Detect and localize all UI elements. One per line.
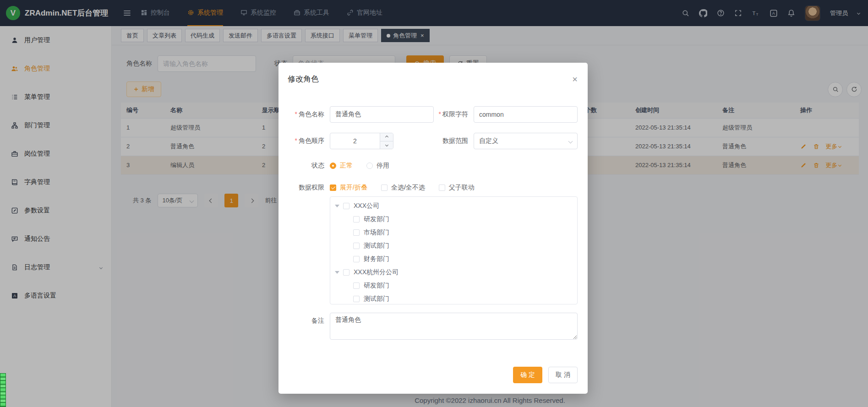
tree-node[interactable]: 测试部门: [330, 239, 577, 252]
remark-row: 备注 普通角色: [278, 313, 588, 340]
caret-down-icon[interactable]: [335, 271, 339, 276]
tree-node-label: XXX杭州分公司: [354, 268, 399, 277]
label-text: 状态: [311, 162, 324, 169]
checkbox-icon: [439, 185, 445, 191]
role-order-label: *角色顺序: [278, 137, 324, 145]
label-text: 数据范围: [442, 137, 468, 144]
corner-widget[interactable]: [0, 373, 6, 407]
label-text: 备注: [311, 317, 324, 324]
edit-role-dialog: 修改角色 × *角色名称 *权限字符 *角色顺序 数据范围 自定义: [278, 63, 588, 394]
tree-node[interactable]: XXX公司: [330, 199, 577, 212]
increase-button[interactable]: [380, 133, 393, 141]
status-label: 状态: [278, 162, 324, 170]
checkbox-icon[interactable]: [343, 269, 349, 276]
tree-node[interactable]: 测试部门: [330, 292, 577, 304]
label-text: 数据权限: [299, 184, 324, 191]
tree-node-label: XXX公司: [354, 202, 379, 210]
radio-icon: [366, 163, 373, 169]
checkbox-select-all[interactable]: 全选/全不选: [381, 184, 425, 192]
role-order-stepper: [330, 133, 393, 149]
tree-node[interactable]: XXX杭州分公司: [330, 266, 577, 279]
required-mark: *: [295, 110, 297, 118]
required-mark: *: [439, 110, 441, 118]
required-mark: *: [295, 137, 297, 144]
radio-label: 正常: [340, 162, 353, 170]
perm-char-input[interactable]: [474, 106, 578, 123]
tree-node-label: 财务部门: [364, 255, 389, 263]
radio-disabled[interactable]: 停用: [366, 162, 389, 170]
decrease-button[interactable]: [380, 141, 393, 149]
chevron-up-icon: [385, 136, 388, 139]
checkbox-icon: [330, 185, 336, 191]
checkbox-parent-child-link[interactable]: 父子联动: [439, 184, 475, 192]
tree-node[interactable]: 研发部门: [330, 212, 577, 226]
checkbox-icon: [381, 185, 388, 191]
tree-node[interactable]: 市场部门: [330, 226, 577, 239]
radio-normal[interactable]: 正常: [330, 162, 353, 170]
dialog-footer: 确 定 取 消: [513, 367, 578, 383]
role-name-input[interactable]: [330, 106, 434, 123]
confirm-button[interactable]: 确 定: [513, 367, 542, 383]
dialog-title: 修改角色: [278, 63, 588, 84]
remark-label: 备注: [278, 313, 324, 325]
tree-node-label: 研发部门: [364, 282, 389, 290]
checkbox-label: 父子联动: [449, 184, 475, 192]
stepper-controls: [380, 133, 393, 149]
tree-node-label: 研发部门: [364, 215, 389, 223]
data-permission-label: 数据权限: [278, 184, 324, 192]
cancel-button[interactable]: 取 消: [548, 367, 578, 383]
checkbox-icon[interactable]: [343, 203, 349, 209]
checkbox-label: 展开/折叠: [340, 184, 367, 192]
checkbox-icon[interactable]: [353, 216, 360, 222]
form-row: *角色顺序 数据范围 自定义: [278, 133, 588, 149]
checkbox-label: 全选/全不选: [391, 184, 425, 192]
label-text: 角色顺序: [299, 137, 324, 144]
tree-node-label: 市场部门: [364, 228, 389, 237]
checkbox-icon[interactable]: [353, 282, 360, 289]
chevron-down-icon: [385, 143, 388, 147]
checkbox-icon[interactable]: [353, 296, 360, 302]
permission-tree: XXX公司 研发部门 市场部门 测试部门 财务部门 XXX杭州分公司 研发部门 …: [330, 196, 578, 304]
data-permission-row: 数据权限 展开/折叠 全选/全不选 父子联动: [278, 184, 588, 192]
radio-label: 停用: [377, 162, 389, 170]
label-text: 角色名称: [299, 110, 324, 118]
chevron-down-icon: [568, 139, 573, 143]
role-name-label: *角色名称: [278, 110, 324, 119]
caret-down-icon[interactable]: [335, 205, 339, 210]
tree-node-label: 测试部门: [364, 242, 389, 250]
data-scope-select[interactable]: 自定义: [474, 133, 578, 149]
close-icon[interactable]: ×: [572, 75, 578, 84]
role-order-input[interactable]: [330, 133, 380, 149]
checkbox-icon[interactable]: [353, 243, 360, 249]
form-row: *角色名称 *权限字符: [278, 106, 588, 123]
data-scope-value: 自定义: [479, 137, 498, 145]
radio-icon: [330, 163, 336, 169]
data-scope-label: 数据范围: [393, 137, 468, 145]
tree-node-label: 测试部门: [364, 295, 389, 303]
checkbox-icon[interactable]: [353, 229, 360, 236]
label-text: 权限字符: [442, 110, 468, 118]
remark-textarea[interactable]: 普通角色: [330, 313, 578, 340]
perm-char-label: *权限字符: [434, 110, 468, 119]
tree-node[interactable]: 研发部门: [330, 279, 577, 292]
dialog-form: *角色名称 *权限字符 *角色顺序 数据范围 自定义 状态 正常 停: [278, 106, 588, 340]
checkbox-icon[interactable]: [353, 256, 360, 262]
checkbox-expand-collapse[interactable]: 展开/折叠: [330, 184, 367, 192]
status-row: 状态 正常 停用: [278, 162, 588, 170]
tree-node[interactable]: 财务部门: [330, 252, 577, 266]
